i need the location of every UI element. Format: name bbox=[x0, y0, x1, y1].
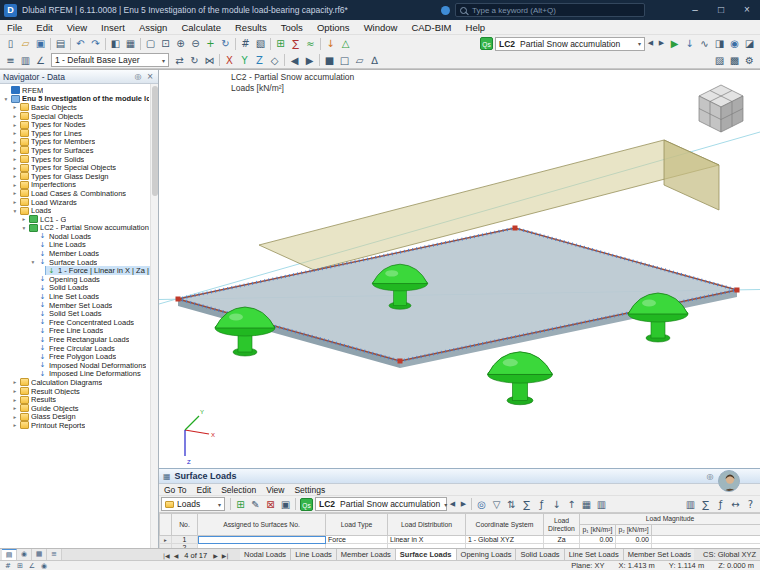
navigator-close-icon[interactable]: × bbox=[145, 72, 155, 81]
cell-load_type[interactable]: Force bbox=[326, 536, 388, 544]
tree-expander-icon[interactable]: ▸ bbox=[11, 397, 19, 403]
open-model-icon[interactable]: ▱ bbox=[18, 36, 33, 51]
menu-edit[interactable]: Edit bbox=[29, 20, 59, 35]
tree-item[interactable]: ↓Solid Set Loads bbox=[0, 309, 150, 318]
pan-view-icon[interactable]: + bbox=[203, 36, 218, 51]
tree-item[interactable]: ▸Types for Lines bbox=[0, 129, 150, 138]
formula-icon[interactable]: ƒ bbox=[534, 497, 549, 512]
tree-item[interactable]: ↓Free Line Loads bbox=[0, 327, 150, 336]
table-help-icon[interactable]: ? bbox=[743, 497, 758, 512]
next-view-icon[interactable]: ▶ bbox=[302, 53, 317, 68]
zoom-in-icon[interactable]: ⊕ bbox=[173, 36, 188, 51]
rotate-view-icon[interactable]: ↻ bbox=[218, 36, 233, 51]
tree-expander-icon[interactable]: ▸ bbox=[11, 422, 19, 428]
tree-expander-icon[interactable]: ▸ bbox=[11, 165, 19, 171]
tree-item[interactable]: ↓Nodal Loads bbox=[0, 232, 150, 241]
keyword-search-input[interactable]: Type a keyword (Alt+Q) bbox=[455, 3, 645, 17]
panel-load-case-selector[interactable]: Qs LC2 Partial Snow accumulation ▾ ◀ ▶ bbox=[300, 497, 469, 512]
solid-display-icon[interactable]: ■ bbox=[322, 53, 337, 68]
tree-item[interactable]: ↓Line Set Loads bbox=[0, 292, 150, 301]
view-x-icon[interactable]: X bbox=[222, 53, 237, 68]
view-settings-icon[interactable]: ⚙ bbox=[742, 53, 757, 68]
new-load-icon[interactable]: ↓ bbox=[323, 36, 338, 51]
tree-expander-icon[interactable]: ▾ bbox=[20, 225, 28, 231]
layers-icon[interactable]: ≡ bbox=[3, 53, 18, 68]
tree-item[interactable]: ▸Load Wizards bbox=[0, 198, 150, 207]
navigator-tab-data[interactable]: ▤ bbox=[2, 549, 17, 560]
maximize-button[interactable]: □ bbox=[708, 0, 734, 20]
tree-item[interactable]: ↓1 - Force | Linear in X | Za | p : 0.00… bbox=[0, 266, 150, 275]
tree-expander-icon[interactable]: ▸ bbox=[11, 388, 19, 394]
assistant-icon[interactable] bbox=[441, 6, 450, 15]
tree-item[interactable]: ▸Results bbox=[0, 395, 150, 404]
function-icon[interactable]: ƒ bbox=[713, 497, 728, 512]
shadow-icon[interactable]: ▩ bbox=[727, 53, 742, 68]
cell-coordinate_system[interactable]: 1 - Global XYZ bbox=[466, 536, 544, 544]
menu-assign[interactable]: Assign bbox=[132, 20, 175, 35]
menu-insert[interactable]: Insert bbox=[94, 20, 132, 35]
sort-icon[interactable]: ⇅ bbox=[504, 497, 519, 512]
calculate-all-icon[interactable]: ∑ bbox=[288, 36, 303, 51]
tree-item[interactable]: ▸LC1 - G bbox=[0, 215, 150, 224]
close-button[interactable]: × bbox=[734, 0, 760, 20]
import-table-icon[interactable]: ↓ bbox=[549, 497, 564, 512]
table-settings-icon[interactable]: ▦ bbox=[579, 497, 594, 512]
tree-item[interactable]: ▸Guide Objects bbox=[0, 404, 150, 413]
tree-expander-icon[interactable]: ▸ bbox=[11, 199, 19, 205]
last-record-button[interactable]: ▶| bbox=[220, 552, 231, 559]
navigator-toggle-icon[interactable]: ◧ bbox=[108, 36, 123, 51]
select-objects-icon[interactable]: ▢ bbox=[143, 36, 158, 51]
tables-toggle-icon[interactable]: ▦ bbox=[123, 36, 138, 51]
tree-item[interactable]: ▸Types for Glass Design bbox=[0, 172, 150, 181]
menu-file[interactable]: File bbox=[0, 20, 29, 35]
previous-record-button[interactable]: ◀ bbox=[172, 552, 181, 559]
navigation-cube[interactable] bbox=[699, 85, 743, 132]
sum-icon[interactable]: ∑ bbox=[519, 497, 534, 512]
previous-load-case-button[interactable]: ◀ bbox=[447, 497, 458, 512]
menu-view[interactable]: View bbox=[60, 20, 94, 35]
menu-window[interactable]: Window bbox=[357, 20, 405, 35]
menu-tools[interactable]: Tools bbox=[274, 20, 310, 35]
tree-item[interactable]: ▸Types for Members bbox=[0, 138, 150, 147]
print-icon[interactable]: ▤ bbox=[53, 36, 68, 51]
ortho-toggle-icon[interactable]: ∠ bbox=[26, 562, 38, 570]
tree-item[interactable]: ▸Glass Design bbox=[0, 413, 150, 422]
cell-assigned[interactable] bbox=[198, 536, 326, 544]
tree-expander-icon[interactable]: ▾ bbox=[2, 96, 10, 102]
tree-item[interactable]: ▸Types for Nodes bbox=[0, 120, 150, 129]
navigator-tab-views[interactable]: ▦ bbox=[32, 549, 47, 560]
expand-table-icon[interactable]: ↔ bbox=[728, 497, 743, 512]
tree-item[interactable]: ↓Opening Loads bbox=[0, 275, 150, 284]
scrollbar-thumb[interactable] bbox=[152, 86, 158, 196]
show-results-icon[interactable]: ≈ bbox=[303, 36, 318, 51]
new-model-icon[interactable]: ▯ bbox=[3, 36, 18, 51]
panel-pin-icon[interactable]: ◎ bbox=[705, 472, 715, 481]
tree-item[interactable]: ↓Imposed Nodal Deformations bbox=[0, 361, 150, 370]
export-table-icon[interactable]: ↑ bbox=[564, 497, 579, 512]
new-support-icon[interactable]: △ bbox=[338, 36, 353, 51]
tree-expander-icon[interactable]: ▸ bbox=[11, 414, 19, 420]
undo-icon[interactable]: ↶ bbox=[73, 36, 88, 51]
copy-row-icon[interactable]: ▣ bbox=[278, 497, 293, 512]
show-loads-icon[interactable]: ↓ bbox=[682, 36, 697, 51]
cell-distribution[interactable]: Linear in X bbox=[388, 536, 466, 544]
tree-item[interactable]: ↓Imposed Line Deformations bbox=[0, 370, 150, 379]
statistics-icon[interactable]: ∑ bbox=[698, 497, 713, 512]
tree-item[interactable]: ▸Imperfections bbox=[0, 181, 150, 190]
tree-item[interactable]: ▸Special Objects bbox=[0, 112, 150, 121]
user-avatar[interactable] bbox=[718, 470, 740, 492]
viewport[interactable]: X Y Z LC2 - Partial Snow accumulation Lo… bbox=[159, 69, 760, 468]
control-panel-icon[interactable]: ◨ bbox=[712, 36, 727, 51]
zoom-window-icon[interactable]: ⊡ bbox=[158, 36, 173, 51]
tree-item[interactable]: ↓Member Loads bbox=[0, 249, 150, 258]
load-case-selector[interactable]: Qs LC2 Partial Snow accumulation ▾ ◀ ▶ bbox=[480, 36, 667, 51]
menu-results[interactable]: Results bbox=[228, 20, 274, 35]
show-layers-icon[interactable]: ▥ bbox=[18, 53, 33, 68]
tree-expander-icon[interactable]: ▸ bbox=[11, 104, 19, 110]
previous-view-icon[interactable]: ◀ bbox=[287, 53, 302, 68]
redo-icon[interactable]: ↷ bbox=[88, 36, 103, 51]
show-numbering-icon[interactable]: # bbox=[238, 36, 253, 51]
navigator-tab-display[interactable]: ◉ bbox=[17, 549, 32, 560]
row-selector[interactable]: ▸ bbox=[160, 536, 172, 544]
move-copy-icon[interactable]: ⇄ bbox=[172, 53, 187, 68]
